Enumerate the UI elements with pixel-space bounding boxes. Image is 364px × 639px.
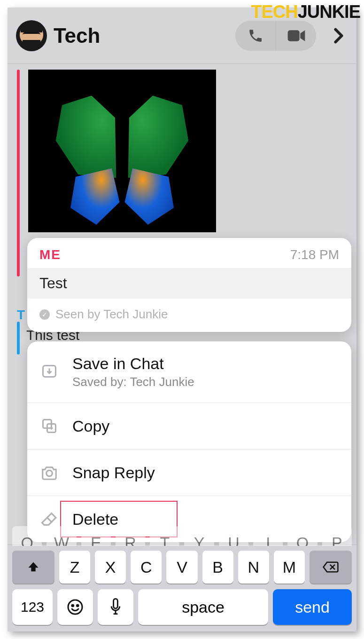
svg-point-4 — [46, 470, 53, 476]
seen-text: Seen by Tech Junkie — [55, 307, 168, 322]
keyboard-row-qwerty: QWERTYUIOP — [8, 526, 356, 546]
menu-copy-label: Copy — [72, 417, 109, 435]
phone-icon — [248, 28, 263, 44]
menu-save-label: Save in Chat — [72, 355, 194, 373]
svg-rect-8 — [114, 599, 118, 608]
save-icon — [39, 362, 59, 382]
received-indicator-bar — [17, 322, 20, 355]
key-b[interactable]: B — [202, 551, 233, 584]
video-call-button[interactable] — [276, 21, 316, 51]
popover-header: ME 7:18 PM — [27, 238, 351, 268]
message-time: 7:18 PM — [290, 247, 339, 262]
key-e[interactable]: E — [81, 526, 111, 546]
key-o[interactable]: O — [287, 526, 317, 546]
key-t[interactable]: T — [150, 526, 179, 546]
keyboard-mode-key[interactable]: 123 — [12, 589, 53, 625]
sender-label: ME — [39, 247, 61, 262]
microphone-icon — [109, 598, 122, 616]
sent-image[interactable] — [28, 70, 216, 232]
svg-point-6 — [72, 605, 74, 607]
key-p[interactable]: P — [322, 526, 352, 546]
emoji-icon — [67, 599, 84, 615]
menu-save-subtitle: Saved by: Tech Junkie — [72, 375, 194, 389]
chat-details-button[interactable] — [329, 22, 348, 50]
menu-save-in-chat[interactable]: Save in Chat Saved by: Tech Junkie — [27, 341, 351, 403]
seen-status: ✓ Seen by Tech Junkie — [27, 299, 351, 332]
key-v[interactable]: V — [166, 551, 197, 584]
message-preview-popover: ME 7:18 PM Test ✓ Seen by Tech Junkie — [27, 238, 351, 332]
backspace-key[interactable] — [310, 551, 352, 584]
key-x[interactable]: X — [95, 551, 126, 584]
key-q[interactable]: Q — [12, 526, 42, 546]
menu-delete-label: Delete — [72, 510, 118, 529]
call-buttons-group — [235, 21, 316, 51]
menu-snap-reply[interactable]: Snap Reply — [27, 450, 351, 496]
send-key[interactable]: send — [273, 589, 352, 625]
message-text: Test — [27, 268, 351, 299]
svg-rect-0 — [287, 30, 299, 41]
key-n[interactable]: N — [238, 551, 269, 584]
menu-copy[interactable]: Copy — [27, 403, 351, 450]
keyboard-row-zxcv: ZXCVBNM — [8, 546, 356, 584]
key-i[interactable]: I — [253, 526, 283, 546]
received-sender-label-partial: T — [17, 308, 25, 323]
space-key[interactable]: space — [138, 589, 268, 625]
app-screen: Tech T This test — [8, 8, 356, 631]
backspace-icon — [322, 560, 339, 574]
voice-call-button[interactable] — [235, 21, 276, 51]
avatar[interactable] — [16, 20, 47, 51]
chat-title[interactable]: Tech — [54, 24, 229, 47]
camera-icon — [39, 463, 59, 482]
sent-indicator-bar — [17, 70, 20, 276]
keyboard-bottom-row: 123 space send — [8, 584, 356, 631]
video-icon — [287, 29, 306, 43]
chat-header: Tech — [8, 8, 356, 64]
shift-icon — [27, 560, 40, 574]
menu-snap-reply-label: Snap Reply — [72, 464, 155, 482]
emoji-key[interactable] — [57, 589, 93, 625]
key-m[interactable]: M — [274, 551, 305, 584]
copy-icon — [39, 416, 59, 436]
key-z[interactable]: Z — [59, 551, 90, 584]
key-r[interactable]: R — [116, 526, 145, 546]
keyboard: QWERTYUIOP ZXCVBNM 123 space send — [8, 544, 356, 631]
dictation-key[interactable] — [98, 589, 133, 625]
seen-check-icon: ✓ — [39, 309, 50, 320]
shift-key[interactable] — [12, 551, 54, 584]
key-c[interactable]: C — [131, 551, 162, 584]
key-u[interactable]: U — [219, 526, 248, 546]
key-y[interactable]: Y — [184, 526, 214, 546]
key-w[interactable]: W — [46, 526, 76, 546]
svg-point-7 — [77, 605, 78, 607]
chevron-right-icon — [334, 28, 343, 44]
svg-point-5 — [68, 600, 82, 614]
context-menu: Save in Chat Saved by: Tech Junkie Copy … — [27, 341, 351, 542]
